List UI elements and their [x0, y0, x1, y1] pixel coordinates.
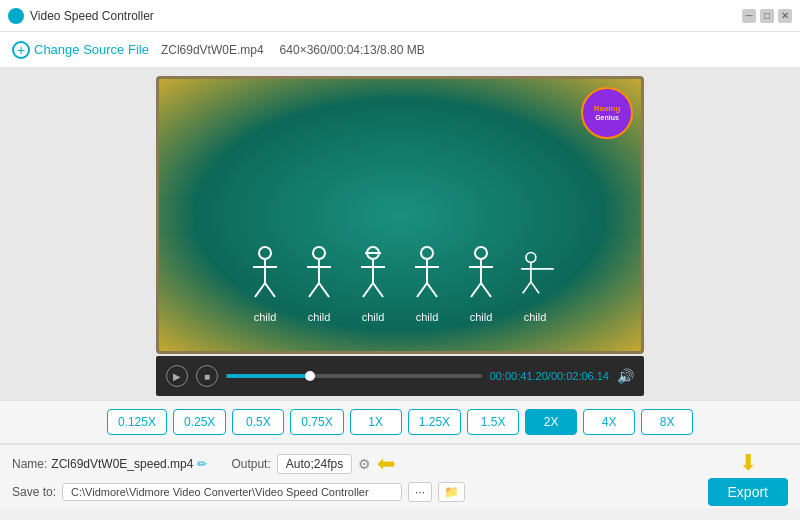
speed-1x-button[interactable]: 1X [350, 409, 402, 435]
svg-point-21 [475, 247, 487, 259]
stick-figures-container: child child [159, 245, 641, 323]
figure-label-6: child [524, 311, 547, 323]
top-bar: + Change Source File ZCl69dVtW0E.mp4 640… [0, 32, 800, 68]
speed-0125x-button[interactable]: 0.125X [107, 409, 167, 435]
progress-bar[interactable] [226, 374, 482, 378]
svg-line-24 [471, 283, 481, 297]
stop-button[interactable]: ■ [196, 365, 218, 387]
svg-line-30 [531, 282, 539, 293]
svg-point-26 [526, 253, 536, 263]
svg-point-0 [259, 247, 271, 259]
badge-line2: Genius [595, 114, 619, 122]
play-button[interactable]: ▶ [166, 365, 188, 387]
stick-figure-5: child [459, 245, 503, 323]
down-arrow-badge: ⬇ [739, 450, 757, 476]
figure-svg-4 [405, 245, 449, 309]
change-source-label: Change Source File [34, 42, 149, 57]
figure-svg-5 [459, 245, 503, 309]
time-display: 00:00:41.20/00:02:06.14 [490, 370, 609, 382]
title-bar: Video Speed Controller ─ □ ✕ [0, 0, 800, 32]
export-button[interactable]: Export [708, 478, 788, 506]
close-button[interactable]: ✕ [778, 9, 792, 23]
speed-2x-button[interactable]: 2X [525, 409, 577, 435]
speed-4x-button[interactable]: 4X [583, 409, 635, 435]
name-value: ZCl69dVtW0E_speed.mp4 [51, 457, 193, 471]
speed-05x-button[interactable]: 0.5X [232, 409, 284, 435]
svg-line-9 [319, 283, 329, 297]
file-metadata: 640×360/00:04:13/8.80 MB [280, 43, 425, 57]
svg-point-5 [313, 247, 325, 259]
speed-025x-button[interactable]: 0.25X [173, 409, 226, 435]
open-folder-button[interactable]: 📁 [438, 482, 465, 502]
current-time: 00:00:41.20 [490, 370, 548, 382]
figure-label-3: child [362, 311, 385, 323]
window-controls: ─ □ ✕ [742, 9, 792, 23]
main-area: Raving Genius child [0, 68, 800, 400]
arrow-left-badge: ⬅ [377, 451, 395, 477]
volume-icon[interactable]: 🔊 [617, 368, 634, 384]
minimize-button[interactable]: ─ [742, 9, 756, 23]
figure-svg-6 [513, 245, 557, 309]
restore-button[interactable]: □ [760, 9, 774, 23]
svg-line-14 [363, 283, 373, 297]
file-info: ZCl69dVtW0E.mp4 640×360/00:04:13/8.80 MB [161, 43, 425, 57]
export-group: ⬇ Export [708, 450, 788, 506]
total-time: 00:02:06.14 [551, 370, 609, 382]
output-group: Output: Auto;24fps ⚙ ⬅ [231, 451, 788, 477]
figure-label-1: child [254, 311, 277, 323]
bottom-row1: Name: ZCl69dVtW0E_speed.mp4 ✏ Output: Au… [12, 451, 788, 477]
figure-svg-2 [297, 245, 341, 309]
svg-line-3 [255, 283, 265, 297]
figure-label-2: child [308, 311, 331, 323]
badge-line1: Raving [594, 104, 621, 114]
app-icon [8, 8, 24, 24]
name-group: Name: ZCl69dVtW0E_speed.mp4 ✏ [12, 457, 207, 471]
raving-genius-badge: Raving Genius [581, 87, 633, 139]
svg-line-29 [523, 282, 531, 293]
figure-label-5: child [470, 311, 493, 323]
speed-15x-button[interactable]: 1.5X [467, 409, 519, 435]
stick-figure-2: child [297, 245, 341, 323]
save-to-row: Save to: ··· 📁 [12, 482, 788, 502]
svg-line-25 [481, 283, 491, 297]
speed-8x-button[interactable]: 8X [641, 409, 693, 435]
figure-svg-3 [351, 245, 395, 309]
save-to-label: Save to: [12, 485, 56, 499]
video-preview: Raving Genius child [156, 76, 644, 354]
bottom-bar: Name: ZCl69dVtW0E_speed.mp4 ✏ Output: Au… [0, 444, 800, 508]
svg-point-16 [421, 247, 433, 259]
stick-figure-4: child [405, 245, 449, 323]
stick-figure-1: child [243, 245, 287, 323]
svg-line-19 [417, 283, 427, 297]
svg-line-8 [309, 283, 319, 297]
change-source-button[interactable]: + Change Source File [12, 41, 149, 59]
speed-controls: 0.125X 0.25X 0.5X 0.75X 1X 1.25X 1.5X 2X… [0, 400, 800, 444]
speed-075x-button[interactable]: 0.75X [290, 409, 343, 435]
svg-line-20 [427, 283, 437, 297]
stick-figure-3: child [351, 245, 395, 323]
output-value: Auto;24fps [277, 454, 352, 474]
progress-fill [226, 374, 310, 378]
plus-icon: + [12, 41, 30, 59]
speed-125x-button[interactable]: 1.25X [408, 409, 461, 435]
output-label: Output: [231, 457, 270, 471]
bottom-section: Name: ZCl69dVtW0E_speed.mp4 ✏ Output: Au… [0, 444, 800, 508]
progress-thumb [305, 371, 315, 381]
svg-line-4 [265, 283, 275, 297]
name-label: Name: [12, 457, 47, 471]
figure-svg-1 [243, 245, 287, 309]
browse-button[interactable]: ··· [408, 482, 432, 502]
filename: ZCl69dVtW0E.mp4 [161, 43, 264, 57]
playback-area: ▶ ■ 00:00:41.20/00:02:06.14 🔊 [156, 356, 644, 396]
app-title: Video Speed Controller [30, 9, 742, 23]
stick-figure-6: child [513, 245, 557, 323]
svg-line-15 [373, 283, 383, 297]
gear-icon[interactable]: ⚙ [358, 456, 371, 472]
save-path-input[interactable] [62, 483, 402, 501]
edit-icon[interactable]: ✏ [197, 457, 207, 471]
figure-label-4: child [416, 311, 439, 323]
